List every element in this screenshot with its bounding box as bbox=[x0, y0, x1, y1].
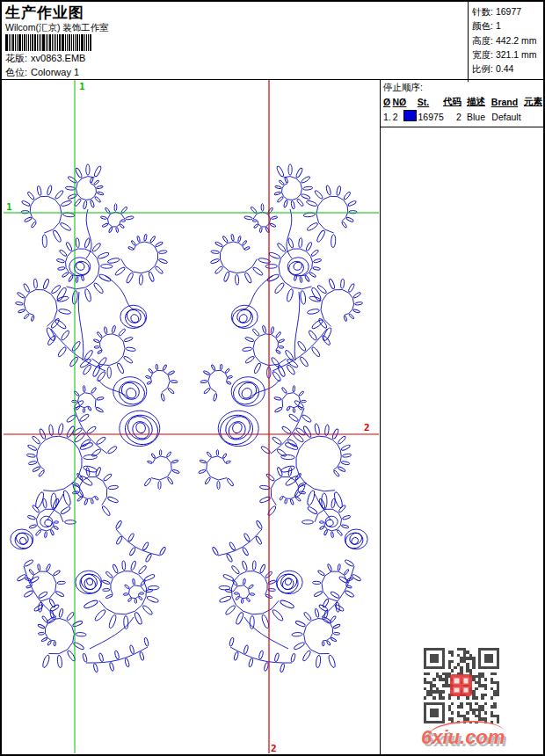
colorway-label: 色位: bbox=[5, 67, 27, 77]
col-description: 描述 bbox=[463, 96, 490, 108]
col-needle: NØ bbox=[393, 97, 418, 107]
stop-sequence-row: 1. 2 16975 2 Blue Default bbox=[383, 110, 542, 123]
description-cell: Blue bbox=[463, 112, 490, 122]
pattern-file-value: xv0863.EMB bbox=[31, 53, 85, 63]
col-stitches: St. bbox=[418, 97, 443, 107]
col-elements: 元素 bbox=[524, 96, 542, 108]
colorway-value: Colorway 1 bbox=[31, 67, 79, 77]
end-marker-bottom: 2 bbox=[271, 743, 277, 754]
width-row: 宽度:321.1 mm bbox=[472, 47, 543, 62]
seq-number: 1. bbox=[383, 112, 393, 122]
watermark-site-text: 6xiu.com bbox=[421, 726, 505, 749]
code-cell: 2 bbox=[444, 112, 463, 122]
stitch-count-row: 针数:16977 bbox=[472, 4, 543, 18]
stitch-count-cell: 16975 bbox=[418, 112, 445, 122]
thread-color-swatch bbox=[403, 110, 417, 121]
color-count-row: 颜色:1 bbox=[472, 18, 543, 33]
stop-sequence-header: Ø NØ St. 代码 描述 Brand 元素 bbox=[383, 96, 542, 108]
scale-row: 比例:0.44 bbox=[472, 62, 543, 76]
stop-sequence-panel: 停止顺序: Ø NØ St. 代码 描述 Brand 元素 1. 2 16975 bbox=[380, 80, 543, 754]
start-marker-left: 1 bbox=[6, 201, 12, 213]
design-info-box: 针数:16977 颜色:1 高度:442.2 mm 宽度:321.1 mm 比例… bbox=[468, 2, 543, 82]
needle-number: 2 bbox=[393, 112, 403, 122]
height-row: 高度:442.2 mm bbox=[472, 33, 543, 47]
worksheet-header: 生产作业图 Wilcom(汇京) 装饰工作室 花版:xv0863.EMB 色位:… bbox=[2, 2, 543, 80]
col-brand: Brand bbox=[490, 97, 524, 107]
stitch-pattern-left-half bbox=[11, 164, 180, 672]
stop-sequence-title: 停止顺序: bbox=[383, 82, 542, 94]
col-hash: Ø bbox=[383, 97, 393, 107]
start-marker-top: 1 bbox=[79, 81, 85, 92]
pattern-file-label: 花版: bbox=[5, 53, 27, 63]
barcode bbox=[5, 34, 104, 51]
col-code: 代码 bbox=[443, 96, 463, 108]
production-worksheet: 生产作业图 Wilcom(汇京) 装饰工作室 花版:xv0863.EMB 色位:… bbox=[0, 0, 545, 756]
watermark-seal bbox=[450, 674, 472, 696]
embroidery-design-canvas: 1122 bbox=[2, 80, 380, 754]
stop-sequence-table: 停止顺序: Ø NØ St. 代码 描述 Brand 元素 1. 2 16975 bbox=[381, 80, 543, 127]
pattern-file-row: 花版:xv0863.EMB bbox=[5, 52, 85, 65]
colorway-row: 色位:Colorway 1 bbox=[5, 66, 79, 79]
qr-code bbox=[424, 648, 499, 723]
studio-name: Wilcom(汇京) 装饰工作室 bbox=[5, 22, 109, 34]
stitch-pattern-right-half bbox=[198, 164, 367, 672]
brand-cell: Default bbox=[490, 112, 525, 122]
worksheet-body: 1122 停止顺序: Ø NØ St. 代码 描述 Brand 元素 1. 2 bbox=[2, 80, 543, 754]
page-title: 生产作业图 bbox=[5, 3, 84, 23]
end-marker-right: 2 bbox=[364, 422, 370, 433]
watermark-block: 6xiu.com bbox=[421, 648, 505, 749]
